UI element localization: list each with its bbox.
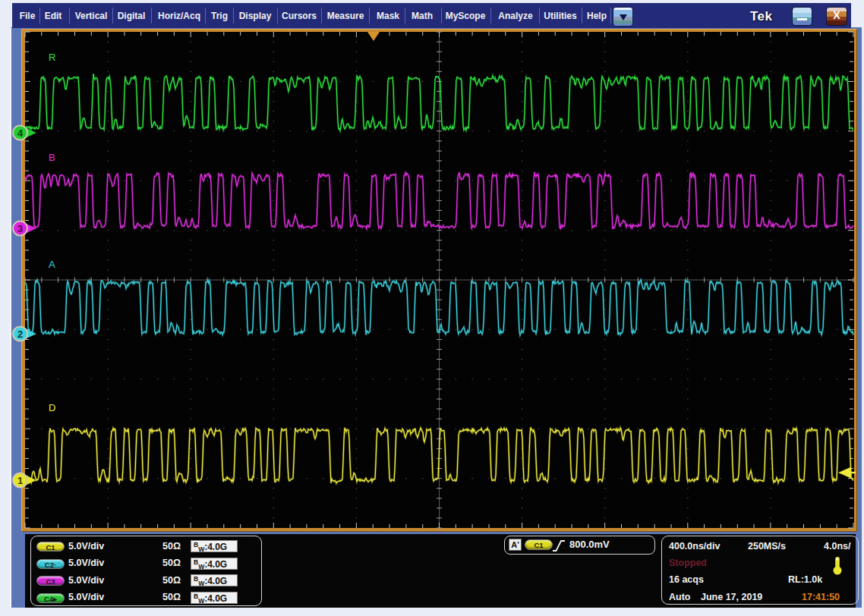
svg-text:B: B xyxy=(49,152,55,163)
svg-text:2: 2 xyxy=(17,328,23,340)
svg-text:1: 1 xyxy=(17,475,23,486)
svg-text:R: R xyxy=(49,52,55,63)
svg-text:D: D xyxy=(49,402,55,413)
svg-text:A: A xyxy=(49,259,55,270)
svg-text:4: 4 xyxy=(17,127,24,139)
svg-text:3: 3 xyxy=(17,223,23,234)
